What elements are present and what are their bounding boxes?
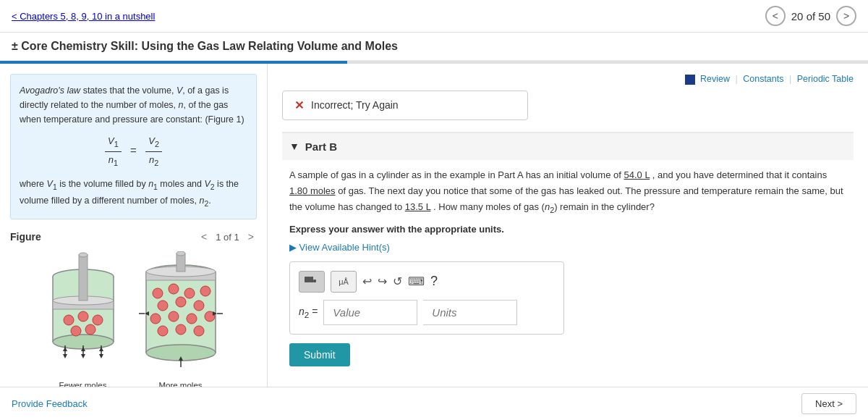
svg-point-32 [153,288,163,298]
svg-point-39 [150,314,161,324]
svg-point-44 [176,324,186,335]
periodic-table-link[interactable]: Periodic Table [797,74,854,84]
value-input[interactable] [323,300,417,325]
review-link[interactable]: Review [700,74,730,84]
subscript-toolbar-btn[interactable] [299,271,325,293]
help-btn[interactable]: ? [430,274,438,289]
left-panel: Avogadro's law states that the volume, V… [0,64,268,419]
svg-point-11 [93,315,103,325]
svg-point-45 [194,326,204,336]
prev-page-button[interactable]: < [765,6,786,26]
law-text-1: Avogadro's law states that the volume, V… [20,83,247,127]
page-title: ± Core Chemistry Skill: Using the Gas La… [12,40,398,53]
question-text: A sample of gas in a cylinder as in the … [289,167,846,217]
input-label: n2 = [299,306,318,319]
review-links-bar: Review | Constants | Periodic Table [282,74,854,85]
units-toolbar-btn[interactable]: μÅ [331,271,357,293]
figure-item-1: Fewer moles Smaller volume [43,251,123,403]
separator-1: | [735,74,737,84]
figure-title: Figure [10,231,41,243]
svg-point-9 [64,315,74,325]
svg-rect-7 [79,255,88,301]
figure-prev-button[interactable]: < [198,230,210,244]
undo-btn[interactable]: ↩ [362,274,372,288]
svg-point-13 [85,324,95,335]
incorrect-banner: ✕ Incorrect; Try Again [282,91,528,120]
part-b-content: A sample of gas in a cylinder as in the … [282,160,854,374]
svg-point-8 [79,253,88,257]
figure-header: Figure < 1 of 1 > [10,230,257,244]
figure-nav: < 1 of 1 > [198,230,257,244]
right-panel: Review | Constants | Periodic Table ✕ In… [268,64,868,419]
submit-button[interactable]: Submit [289,343,350,366]
pagination-controls: < 20 of 50 > [765,6,856,26]
part-b-section: ▼ Part B A sample of gas in a cylinder a… [282,132,854,374]
figure-page: 1 of 1 [216,232,239,243]
review-icon [685,75,695,85]
svg-point-34 [184,288,195,298]
top-nav: < Chapters 5, 8, 9, 10 in a nutshell < 2… [0,0,868,33]
svg-point-41 [187,314,197,324]
keyboard-btn[interactable]: ⌨ [408,274,425,288]
svg-point-36 [158,301,168,311]
units-input[interactable] [423,300,517,325]
svg-point-10 [78,311,88,322]
svg-marker-17 [63,354,67,358]
svg-point-37 [176,297,186,307]
part-b-toggle[interactable]: ▼ [289,140,299,152]
breadcrumb-link[interactable]: < Chapters 5, 8, 9, 10 in a nutshell [12,11,155,22]
figure-next-button[interactable]: > [245,230,257,244]
input-row: n2 = [299,300,555,325]
svg-rect-53 [310,277,313,282]
svg-marker-18 [81,354,85,358]
constants-link[interactable]: Constants [743,74,783,84]
svg-rect-30 [176,253,185,272]
law-box: Avogadro's law states that the volume, V… [10,74,257,219]
figure-item-2: More moles Larger volume [137,251,224,403]
x-icon: ✕ [294,98,304,112]
breadcrumb[interactable]: < Chapters 5, 8, 9, 10 in a nutshell [12,11,155,22]
svg-marker-19 [99,354,103,358]
refresh-btn[interactable]: ↺ [393,274,402,288]
svg-point-43 [158,326,168,336]
hint-link[interactable]: ▶ View Available Hint(s) [289,242,846,253]
part-b-label: Part B [305,140,337,153]
svg-point-12 [71,326,81,336]
redo-btn[interactable]: ↪ [378,274,387,288]
separator-2: | [789,74,791,84]
answer-box: μÅ ↩ ↪ ↺ ⌨ ? n2 = [289,261,564,335]
law-text-2: where V1 is the volume filled by n1 mole… [20,177,247,210]
cylinder-2-svg [137,251,224,374]
svg-point-40 [169,311,179,322]
svg-rect-52 [305,277,310,282]
formula: V1 n1 = V2 n2 [20,134,247,169]
title-bar: ± Core Chemistry Skill: Using the Gas La… [0,33,868,61]
svg-rect-54 [313,280,316,282]
express-text: Express your answer with the appropriate… [289,224,846,235]
svg-point-38 [194,301,204,311]
svg-point-31 [176,251,185,256]
toolbar: μÅ ↩ ↪ ↺ ⌨ ? [299,271,555,293]
main-layout: Avogadro's law states that the volume, V… [0,64,868,419]
svg-rect-24 [146,273,216,353]
svg-point-35 [200,286,210,296]
svg-point-33 [169,284,179,294]
page-count: 20 of 50 [791,10,830,22]
bottom-bar: Provide Feedback Next > [0,387,868,420]
part-b-header: ▼ Part B [282,133,854,160]
next-page-button[interactable]: > [836,6,856,26]
subscript-icon [304,275,320,288]
incorrect-text: Incorrect; Try Again [311,99,399,111]
cylinder-1-svg [43,251,123,374]
figure-images: Fewer moles Smaller volume [10,251,257,403]
review-links: Review | Constants | Periodic Table [685,74,854,85]
fraction-v2-n2: V2 n2 [145,134,162,169]
units-btn-label: μÅ [339,277,349,286]
next-button[interactable]: Next > [801,393,856,414]
fraction-v1-n1: V1 n1 [105,134,122,169]
feedback-link[interactable]: Provide Feedback [12,398,88,409]
